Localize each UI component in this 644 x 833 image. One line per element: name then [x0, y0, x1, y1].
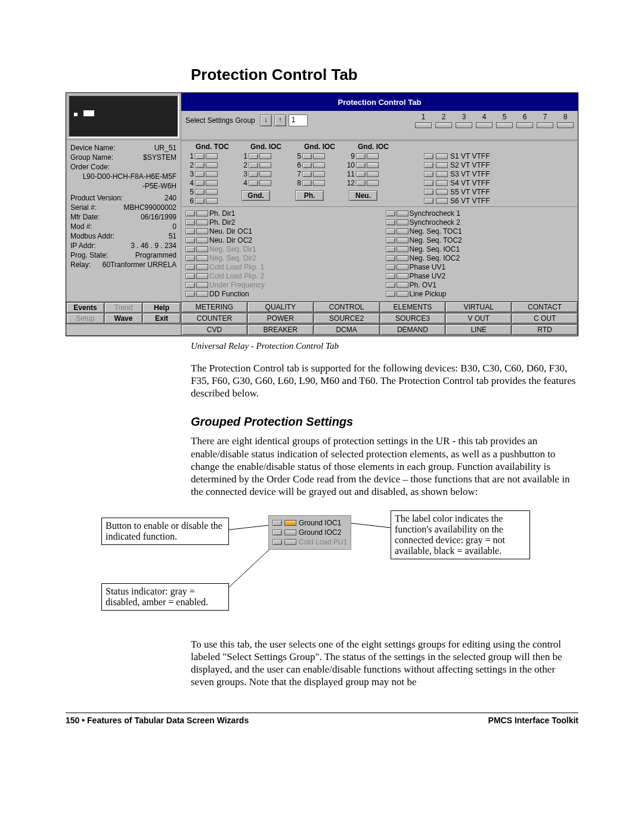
window-titlebar: Protection Control Tab: [181, 93, 578, 111]
toggle-button[interactable]: [386, 291, 395, 297]
tab-c-out[interactable]: C OUT: [512, 313, 578, 324]
toggle-button[interactable]: [185, 282, 195, 288]
function-row: Under Frequency: [185, 281, 374, 289]
events-button[interactable]: Events: [66, 302, 104, 313]
toggle-button[interactable]: [386, 228, 395, 234]
trend-button[interactable]: Trend: [104, 302, 143, 313]
toggle-button[interactable]: [185, 228, 195, 234]
tab-source3[interactable]: SOURCE3: [380, 313, 446, 324]
status-indicator: [196, 237, 208, 243]
toggle-button[interactable]: [386, 255, 395, 261]
tab-virtual[interactable]: VIRTUAL: [445, 302, 512, 312]
toggle-button[interactable]: [185, 246, 195, 252]
tab-breaker[interactable]: BREAKER: [247, 324, 314, 335]
group-name-value: $SYSTEM: [143, 153, 177, 162]
status-indicator: [196, 210, 208, 216]
function-label: Phase UV2: [410, 272, 446, 280]
subheading: Grouped Protection Settings: [191, 415, 578, 429]
modbus-addr-label: Modbus Addr:: [70, 231, 114, 241]
ip-addr-value: 3 . 46 . 9 . 234: [131, 241, 177, 250]
footer-right: PMCS Interface Toolkit: [488, 716, 578, 725]
tab-v-out[interactable]: V OUT: [445, 313, 512, 324]
function-row: Ph. Dir2: [185, 218, 374, 227]
function-row: Neg. Seq. TOC2: [386, 236, 574, 244]
status-indicator: [196, 264, 208, 270]
toggle-button[interactable]: [185, 237, 195, 243]
serial-label: Serial #:: [70, 203, 97, 212]
group-selector[interactable]: 1 2 3 4 5 6 7 8: [415, 113, 574, 128]
toggle-button[interactable]: [386, 210, 395, 216]
group-index-field[interactable]: 1: [289, 114, 308, 126]
toggle-button[interactable]: [386, 246, 395, 252]
prog-state-value: Programmed: [135, 250, 177, 260]
function-label: Neg. Seq. TOC1: [410, 227, 462, 236]
tab-demand[interactable]: DEMAND: [380, 324, 446, 335]
exit-button[interactable]: Exit: [143, 313, 181, 324]
tab-counter[interactable]: COUNTER: [181, 313, 247, 324]
tab-metering[interactable]: METERING: [181, 302, 247, 312]
toggle-button[interactable]: [185, 273, 195, 279]
toggle-button[interactable]: [185, 264, 195, 270]
toggle-button[interactable]: [386, 282, 395, 288]
device-image: [68, 95, 179, 138]
wave-button[interactable]: Wave: [104, 313, 143, 324]
tab-quality[interactable]: QUALITY: [247, 302, 314, 312]
toggle-button[interactable]: [386, 219, 395, 225]
toggle-button[interactable]: [386, 273, 395, 279]
help-button[interactable]: Help: [143, 302, 181, 313]
tab-source2[interactable]: SOURCE2: [314, 313, 380, 324]
toggle-button[interactable]: [185, 210, 195, 216]
function-label: Ph. Dir1: [209, 209, 235, 218]
tab-power[interactable]: POWER: [247, 313, 314, 324]
group-up-button[interactable]: ↑: [274, 114, 286, 126]
col-header-2: Gnd. IOC: [239, 143, 293, 151]
order-code-label: Order Code:: [70, 162, 110, 172]
function-row: Cold Load Pkp. 1: [185, 263, 374, 271]
status-indicator: [196, 228, 208, 234]
function-row: Neg. Seq. IOC1: [386, 245, 574, 253]
tab-cvd[interactable]: CVD: [181, 324, 247, 335]
gnd-button[interactable]: Gnd.: [242, 190, 270, 201]
mfr-date-label: Mfr Date:: [70, 212, 100, 222]
toc-col-1: 1 2 3 4 5 6: [185, 152, 239, 205]
toggle-button[interactable]: [185, 219, 195, 225]
function-row: Synchrocheck 2: [386, 218, 574, 227]
status-indicator: [196, 273, 208, 279]
tab-control[interactable]: CONTROL: [314, 302, 380, 312]
group-down-button[interactable]: ↓: [260, 114, 272, 126]
tab-rtd[interactable]: RTD: [512, 324, 578, 335]
protection-control-screenshot: Protection Control Tab Select Settings G…: [66, 92, 578, 336]
toggle-button[interactable]: [386, 264, 395, 270]
prog-state-label: Prog. State:: [70, 250, 108, 260]
function-label: Neu. Dir OC2: [209, 236, 252, 244]
tab-dcma[interactable]: DCMA: [314, 324, 380, 335]
tab-elements[interactable]: ELEMENTS: [380, 302, 446, 312]
device-name-label: Device Name:: [70, 143, 115, 153]
ip-addr-label: IP Addr:: [70, 241, 95, 250]
function-row: Neg. Seq. TOC1: [386, 227, 574, 236]
footer-left: 150 • Features of Tabular Data Screen Wi…: [66, 716, 249, 725]
status-indicator: [397, 246, 408, 252]
order-code-2: -P5E-W6H: [70, 181, 177, 191]
status-indicator: [397, 264, 408, 270]
prod-ver-value: 240: [165, 193, 177, 203]
status-indicator: [196, 255, 208, 261]
setup-button[interactable]: Setup: [66, 313, 104, 324]
device-name-value: UR_51: [154, 143, 177, 153]
toggle-button[interactable]: [185, 255, 195, 261]
neu-button[interactable]: Neu.: [349, 190, 377, 201]
mod-value: 0: [172, 222, 177, 231]
col-header-4: Gnd. IOC: [346, 143, 400, 151]
function-row: Synchrocheck 1: [386, 209, 574, 218]
toggle-button[interactable]: [185, 291, 195, 297]
usage-paragraph: To use this tab, the user selects one of…: [191, 638, 578, 689]
toggle-button[interactable]: [386, 237, 395, 243]
tab-line[interactable]: LINE: [445, 324, 512, 335]
ph-button[interactable]: Ph.: [295, 190, 324, 201]
function-label: Under Frequency: [209, 281, 265, 289]
function-row: Neg. Seq. Dir2: [185, 254, 374, 262]
status-indicator: [397, 291, 408, 297]
function-row: Ph. Dir1: [185, 209, 374, 218]
modbus-addr-value: 51: [169, 231, 177, 241]
tab-contact[interactable]: CONTACT: [512, 302, 578, 312]
